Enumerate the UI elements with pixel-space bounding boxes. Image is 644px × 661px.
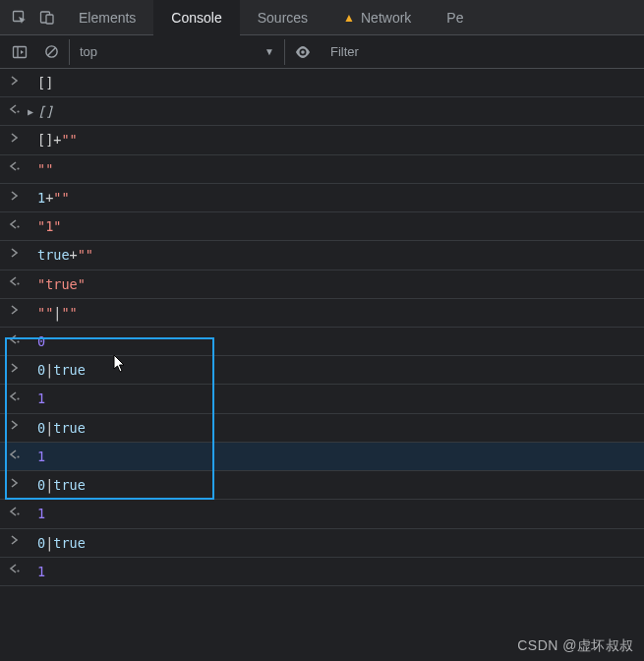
svg-line-6 — [47, 48, 55, 56]
expand-icon[interactable]: ▶ — [24, 105, 37, 119]
input-arrow-icon — [6, 76, 24, 90]
tab-network[interactable]: ▲Network — [325, 0, 429, 35]
row-content: 1 — [37, 505, 644, 522]
row-content: "" — [37, 160, 644, 178]
tab-elements[interactable]: Elements — [61, 0, 153, 35]
console-output-row[interactable]: "true" — [0, 270, 644, 299]
console-output-row[interactable]: ▶[] — [0, 97, 644, 126]
svg-rect-3 — [14, 46, 27, 57]
output-arrow-icon — [6, 276, 24, 291]
output-arrow-icon — [6, 564, 24, 578]
row-content: 0|true — [37, 361, 644, 379]
tab-label: Pe — [446, 10, 463, 26]
tab-console[interactable]: Console — [153, 0, 239, 35]
console-output-row[interactable]: 1 — [0, 558, 644, 586]
svg-point-8 — [17, 168, 19, 170]
console-body: []▶[][]+""""1+"""1"true+"""true"""|""00|… — [0, 69, 644, 661]
input-arrow-icon — [6, 305, 24, 320]
row-content: 1 — [37, 563, 644, 580]
svg-rect-2 — [46, 15, 53, 24]
filter-input[interactable] — [321, 39, 644, 65]
svg-point-7 — [17, 110, 19, 112]
svg-point-10 — [17, 283, 19, 285]
tab-label: Sources — [258, 10, 308, 26]
console-output-row[interactable]: 1 — [0, 443, 644, 471]
console-input-row[interactable]: ""|"" — [0, 299, 644, 328]
output-arrow-icon — [6, 219, 24, 234]
console-output-row[interactable]: 1 — [0, 385, 644, 413]
input-arrow-icon — [6, 133, 24, 148]
svg-point-14 — [17, 512, 19, 514]
output-arrow-icon — [6, 161, 24, 176]
inspect-icon[interactable] — [6, 4, 33, 31]
warning-icon: ▲ — [343, 11, 355, 25]
console-input-row[interactable]: []+"" — [0, 126, 644, 154]
row-content: 1+"" — [37, 189, 644, 207]
input-arrow-icon — [6, 363, 24, 378]
row-content: ""|"" — [37, 304, 644, 322]
input-arrow-icon — [6, 420, 24, 435]
tab-label: Elements — [79, 10, 136, 26]
svg-point-15 — [17, 571, 19, 572]
console-toolbar: top ▼ — [0, 35, 644, 69]
context-value: top — [80, 44, 97, 59]
svg-point-13 — [17, 455, 19, 457]
row-content: 0 — [37, 332, 644, 350]
row-content: 0|true — [37, 419, 644, 437]
row-content: "true" — [37, 275, 644, 293]
output-arrow-icon — [6, 104, 24, 119]
console-input-row[interactable]: true+"" — [0, 241, 644, 270]
input-arrow-icon — [6, 478, 24, 493]
console-input-row[interactable]: 0|true — [0, 356, 644, 385]
svg-point-11 — [17, 340, 19, 342]
input-arrow-icon — [6, 191, 24, 206]
output-arrow-icon — [6, 507, 24, 521]
input-arrow-icon — [6, 535, 24, 550]
row-content: 0|true — [37, 476, 644, 494]
watermark: CSDN @虚坏叔叔 — [517, 637, 634, 655]
clear-console-icon[interactable] — [37, 38, 65, 66]
output-arrow-icon — [6, 334, 24, 349]
console-input-row[interactable]: 0|true — [0, 414, 644, 443]
tab-pe[interactable]: Pe — [429, 0, 481, 35]
tab-label: Network — [361, 10, 411, 26]
device-toggle-icon[interactable] — [33, 4, 61, 31]
console-output-row[interactable]: 0 — [0, 328, 644, 356]
input-arrow-icon — [6, 248, 24, 263]
row-content: 1 — [37, 390, 644, 407]
svg-point-12 — [17, 397, 19, 399]
tab-sources[interactable]: Sources — [240, 0, 325, 35]
console-input-row[interactable]: [] — [0, 69, 644, 97]
row-content: true+"" — [37, 246, 644, 264]
output-arrow-icon — [6, 450, 24, 464]
context-selector[interactable]: top ▼ — [69, 39, 285, 65]
console-input-row[interactable]: 0|true — [0, 471, 644, 500]
console-output-row[interactable]: "" — [0, 155, 644, 184]
row-content: 1 — [37, 448, 644, 465]
sidebar-toggle-icon[interactable] — [6, 38, 33, 66]
console-input-row[interactable]: 1+"" — [0, 184, 644, 212]
row-content: [] — [37, 74, 644, 91]
row-content: "1" — [37, 217, 644, 235]
output-arrow-icon — [6, 391, 24, 406]
console-output-row[interactable]: 1 — [0, 500, 644, 528]
row-content: [] — [37, 102, 644, 120]
devtools-tabs: ElementsConsoleSources▲NetworkPe — [0, 0, 644, 35]
console-input-row[interactable]: 0|true — [0, 529, 644, 558]
svg-point-9 — [17, 225, 19, 227]
dropdown-icon: ▼ — [264, 46, 274, 57]
row-content: 0|true — [37, 534, 644, 552]
row-content: []+"" — [37, 131, 644, 149]
console-output-row[interactable]: "1" — [0, 212, 644, 241]
live-expression-icon[interactable] — [289, 38, 317, 66]
tab-label: Console — [171, 10, 221, 26]
